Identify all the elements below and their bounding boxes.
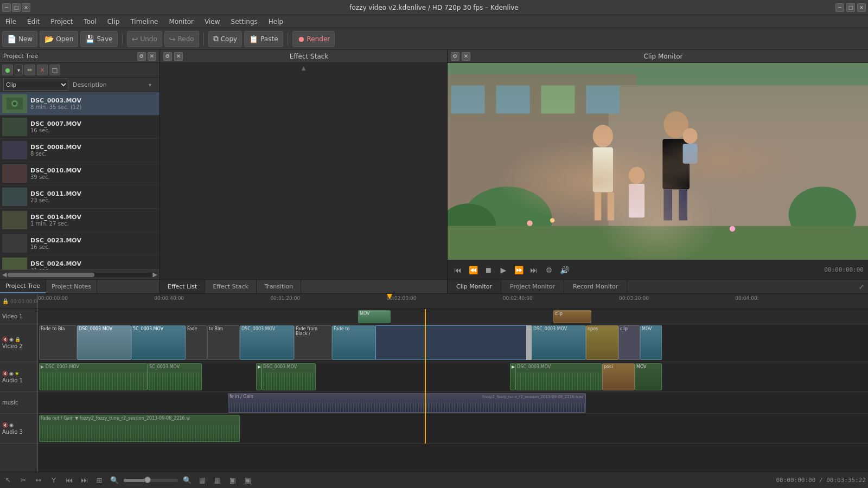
clip-block[interactable]: clip — [553, 310, 591, 323]
clip-block[interactable]: 5C_0003.MOV — [131, 325, 186, 360]
tab-project-tree[interactable]: Project Tree — [0, 280, 46, 293]
timeline-spacer-tool[interactable]: ↔ — [33, 474, 44, 486]
monitor-rewind-button[interactable]: ⏪ — [467, 264, 479, 276]
clip-block[interactable]: clip — [618, 325, 640, 360]
timeline-next-marker[interactable]: ⏭ — [78, 474, 90, 486]
clip-block[interactable]: npos — [586, 325, 618, 360]
render-button[interactable]: ⏺ Render — [292, 31, 335, 47]
menu-help[interactable]: Help — [263, 15, 289, 28]
clip-block[interactable]: Fade — [186, 325, 207, 360]
menu-file[interactable]: File — [0, 15, 22, 28]
timeline-zoom-in[interactable]: 🔍 — [181, 474, 193, 486]
menu-settings[interactable]: Settings — [226, 15, 263, 28]
track-audio3-mute[interactable]: 🔇 — [2, 422, 8, 428]
clip-block[interactable]: posi — [602, 363, 635, 390]
scroll-left-icon[interactable]: ◀ — [2, 271, 7, 278]
clip-block[interactable]: ▶ DSC_0003.MOV — [39, 363, 148, 390]
timeline-zoom-out[interactable]: 🔍 — [108, 474, 120, 486]
clip-block[interactable]: Fade out / Gain ▼ fozzy2_fozzy_tune_r2_s… — [39, 415, 240, 442]
save-button[interactable]: 💾 Save — [80, 31, 117, 47]
add-clip-button[interactable]: ● — [2, 65, 13, 75]
menu-edit[interactable]: Edit — [22, 15, 45, 28]
tab-effect-stack[interactable]: Effect Stack — [205, 280, 257, 293]
clip-block[interactable]: fe in / Gain fozzy2_fozzy_tune_r2_sessio… — [228, 393, 586, 413]
paste-button[interactable]: 📋 Paste — [244, 31, 283, 47]
tab-clip-monitor[interactable]: Clip Monitor — [448, 280, 501, 293]
list-item[interactable]: DSC_0010.MOV 39 sec. — [0, 162, 159, 185]
menu-timeline[interactable]: Timeline — [125, 15, 163, 28]
clip-block[interactable]: MOV — [640, 325, 662, 360]
effect-stack-close[interactable]: ✕ — [174, 52, 183, 61]
win-maximize-icon[interactable]: □ — [846, 3, 855, 12]
effect-stack-settings[interactable]: ⚙ — [163, 52, 172, 61]
clip-block[interactable]: MOV — [635, 363, 662, 390]
menu-tool[interactable]: Tool — [78, 15, 101, 28]
monitor-settings[interactable]: ⚙ — [451, 52, 459, 61]
win-close-icon[interactable]: ✕ — [857, 3, 866, 12]
list-item[interactable]: DSC_0024.MOV 31 sec. — [0, 255, 159, 269]
sort-icon[interactable]: ▾ — [149, 82, 156, 88]
left-panel-close[interactable]: ✕ — [148, 52, 156, 61]
timeline-zoom-slider[interactable] — [124, 479, 178, 482]
monitor-end-button[interactable]: ⏭ — [528, 264, 540, 276]
timeline-view-toggle[interactable]: ▦ — [196, 474, 208, 486]
monitor-expand-icon[interactable]: ⤢ — [855, 280, 868, 293]
edit-clip-button[interactable]: ✏ — [24, 65, 35, 75]
timeline-composite-toggle[interactable]: ▣ — [227, 474, 239, 486]
win-minimize-icon[interactable]: ─ — [835, 3, 844, 12]
clip-block[interactable]: Fade to Bla — [39, 325, 77, 360]
clip-list[interactable]: DSC_0003.MOV 8 min. 35 sec. (12) DSC_000… — [0, 92, 159, 269]
timeline-lock-icon[interactable]: 🔒 — [2, 298, 9, 304]
clip-block[interactable]: DSC_0003.MOV — [77, 325, 131, 360]
new-button[interactable]: 📄 New — [2, 31, 37, 47]
zoom-slider-handle[interactable] — [144, 477, 151, 483]
clip-block[interactable]: SC_0003.MOV — [148, 363, 202, 390]
maximize-icon[interactable]: □ — [12, 3, 21, 12]
list-item[interactable]: DSC_0014.MOV 1 min. 27 sec. — [0, 209, 159, 232]
tab-record-monitor[interactable]: Record Monitor — [564, 280, 627, 293]
list-item[interactable]: DSC_0003.MOV 8 min. 35 sec. (12) — [0, 92, 159, 115]
timeline-tracks[interactable]: MOV clip Fade to Bla DSC_0003.MOV — [38, 309, 868, 472]
track-audio3-solo[interactable]: ◉ — [9, 422, 14, 428]
undo-button[interactable]: ↩ Undo — [127, 31, 162, 47]
list-item[interactable]: DSC_0011.MOV 23 sec. — [0, 185, 159, 209]
clip-block[interactable]: DSC_0003.MOV — [240, 325, 294, 360]
left-panel-settings[interactable]: ⚙ — [137, 52, 146, 61]
track-audio1-mute[interactable]: 🔇 — [2, 371, 8, 376]
monitor-volume-icon[interactable]: 🔊 — [558, 264, 570, 276]
clip-block[interactable]: Fade to — [332, 325, 375, 360]
monitor-settings-icon[interactable]: ⚙ — [543, 264, 555, 276]
menu-view[interactable]: View — [199, 15, 225, 28]
open-button[interactable]: 📂 Open — [40, 31, 78, 47]
copy-button[interactable]: ⧉ Copy — [208, 31, 242, 47]
clip-block[interactable]: ▶ — [256, 363, 261, 390]
track-audio1-solo[interactable]: ◉ — [9, 371, 14, 376]
close-icon[interactable]: ✕ — [22, 3, 30, 12]
clip-options-button[interactable]: □ — [49, 65, 60, 75]
tab-effect-list[interactable]: Effect List — [160, 280, 205, 293]
list-item[interactable]: DSC_0007.MOV 16 sec. — [0, 115, 159, 139]
track-video2-solo[interactable]: ◉ — [9, 337, 14, 342]
clip-block[interactable]: ▶ — [510, 363, 515, 390]
clip-block[interactable]: to Blm — [207, 325, 240, 360]
clip-block[interactable]: DSC_0003.MOV — [515, 363, 602, 390]
clip-block[interactable]: DSC_0003.MOV — [532, 325, 586, 360]
clip-block[interactable]: DSC_0003.MOV — [261, 363, 316, 390]
clip-block[interactable]: Fade from Black / — [294, 325, 332, 360]
monitor-play-button[interactable]: ▶ — [497, 264, 509, 276]
track-video2-lock[interactable]: 🔒 — [15, 337, 21, 342]
menu-project[interactable]: Project — [45, 15, 78, 28]
tab-transition[interactable]: Transition — [257, 280, 301, 293]
clip-type-select[interactable]: Clip — [3, 79, 68, 91]
timeline-razor-tool[interactable]: ✂ — [17, 474, 29, 486]
monitor-stop-button[interactable]: ⏹ — [482, 264, 494, 276]
track-video2-mute[interactable]: 🔇 — [2, 337, 8, 342]
timeline-prev-marker[interactable]: ⏮ — [63, 474, 75, 486]
timeline-render-toggle[interactable]: ▣ — [242, 474, 254, 486]
menu-monitor[interactable]: Monitor — [163, 15, 199, 28]
clip-block[interactable]: MOV — [358, 310, 391, 323]
monitor-beginning-button[interactable]: ⏮ — [452, 264, 464, 276]
timeline-select-tool[interactable]: ↖ — [2, 474, 14, 486]
redo-button[interactable]: ↪ Redo — [164, 31, 199, 47]
monitor-forward-button[interactable]: ⏩ — [513, 264, 525, 276]
